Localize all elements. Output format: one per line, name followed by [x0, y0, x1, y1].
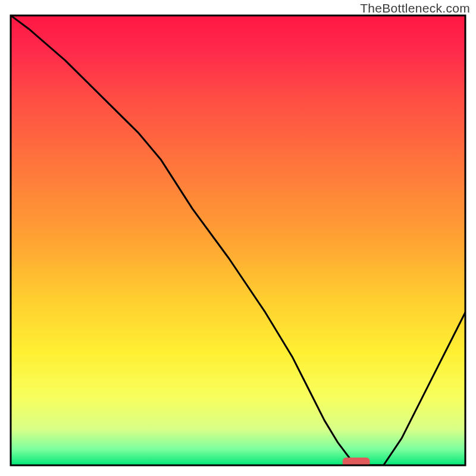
watermark-text: TheBottleneck.com	[360, 1, 470, 15]
plot-background	[11, 15, 465, 465]
chart-container: TheBottleneck.com	[0, 0, 476, 476]
bottleneck-chart	[0, 0, 476, 476]
